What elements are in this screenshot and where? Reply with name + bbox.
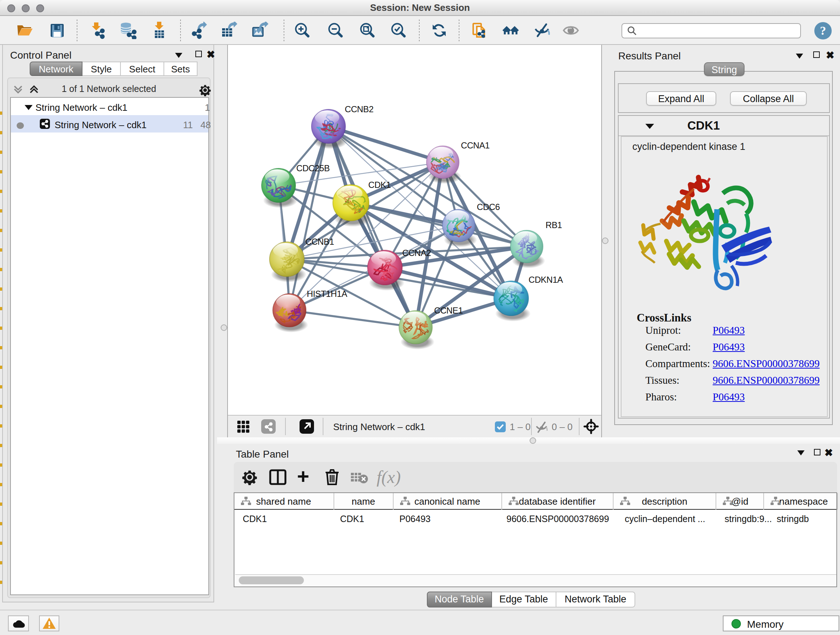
svg-text:?: ?	[820, 24, 826, 37]
svg-text:CDK1: CDK1	[368, 180, 390, 190]
svg-text:CCNB1: CCNB1	[305, 237, 333, 247]
svg-text:CCNA2: CCNA2	[402, 248, 431, 258]
svg-text:RB1: RB1	[545, 220, 562, 230]
svg-text:CDC6: CDC6	[477, 202, 500, 212]
svg-text:HIST1H1A: HIST1H1A	[306, 289, 347, 299]
svg-text:CCNE1: CCNE1	[434, 306, 462, 315]
svg-text:CDC25B: CDC25B	[296, 163, 329, 173]
svg-text:CDKN1A: CDKN1A	[528, 275, 562, 285]
svg-text:CCNA1: CCNA1	[461, 141, 489, 150]
svg-text:CCNB2: CCNB2	[344, 104, 373, 114]
